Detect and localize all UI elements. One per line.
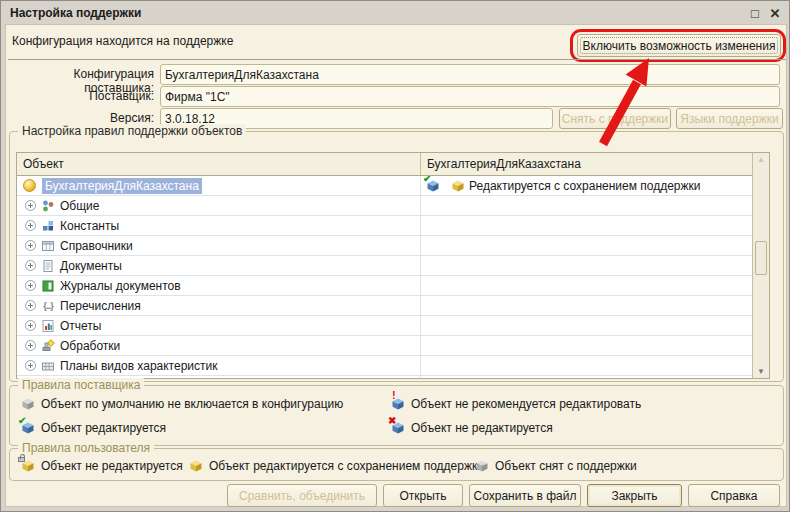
expand-icon[interactable] (25, 280, 36, 291)
legend-label: Объект редактируется (41, 421, 166, 435)
legend-item: Объект по умолчанию не включается в конф… (22, 396, 343, 412)
object-label: Документы (60, 259, 122, 273)
rule-text: Редактируется с сохранением поддержки (469, 179, 701, 193)
close-button[interactable]: ✕ (765, 4, 785, 22)
expand-icon[interactable] (25, 220, 36, 231)
table-row[interactable]: Журналы документов (17, 276, 752, 296)
version-label: Версия: (6, 111, 154, 125)
open-button[interactable]: Открыть (383, 484, 463, 507)
object-label: Планы видов характеристик (60, 359, 217, 373)
scroll-down-icon[interactable]: ▼ (753, 367, 769, 376)
rules-table: Объект БухгалтерияДляКазахстана Бухгалте… (16, 152, 770, 379)
documents-icon (41, 259, 55, 273)
expand-icon[interactable] (25, 240, 36, 251)
object-label: Константы (60, 219, 119, 233)
yellow-cube-icon (452, 180, 464, 192)
vendor-config-field[interactable]: БухгалтерияДляКазахстана (160, 64, 780, 85)
legend-item: ✔ Объект редактируется (22, 420, 166, 436)
table-row[interactable]: Константы (17, 216, 752, 236)
check-cube-icon: ✔ (427, 180, 439, 192)
column-header-object: Объект (17, 153, 421, 175)
object-label: БухгалтерияДляКазахстана (42, 178, 202, 194)
legend-label: Объект не рекомендуется редактировать (411, 397, 641, 411)
object-label: Перечисления (60, 299, 141, 313)
support-status-text: Конфигурация находится на поддержке (12, 34, 233, 48)
help-button[interactable]: Справка (688, 484, 780, 507)
save-to-file-button[interactable]: Сохранить в файл (469, 484, 581, 507)
table-row[interactable]: Отчеты (17, 316, 752, 336)
table-row[interactable]: Общие (17, 196, 752, 216)
compare-merge-button: Сравнить, объединить (227, 484, 377, 507)
maximize-button[interactable]: □ (745, 4, 765, 22)
chart-of-characteristic-types-icon (41, 359, 55, 373)
table-row-configuration[interactable]: БухгалтерияДляКазахстана ✔ Редактируется… (17, 176, 752, 196)
table-header: Объект БухгалтерияДляКазахстана (17, 153, 752, 176)
object-label: Общие (60, 199, 99, 213)
close-dialog-button[interactable]: Закрыть (587, 484, 682, 507)
rules-table-main: Объект БухгалтерияДляКазахстана Бухгалте… (17, 153, 752, 378)
catalogs-icon (41, 239, 55, 253)
scroll-up-icon[interactable]: ▲ (753, 155, 769, 164)
legend-label: Объект не редактируется (411, 421, 553, 435)
legend-item: ! Объект не рекомендуется редактировать (392, 396, 641, 412)
yellow-cube-icon (190, 460, 202, 472)
vendor-value: Фирма "1С" (165, 90, 230, 104)
support-rules-group-title: Настройка правил поддержки объектов (18, 124, 246, 138)
expand-icon[interactable] (25, 260, 36, 271)
legend-item: Объект не редактируется (22, 458, 183, 474)
window-title: Настройка поддержки (5, 6, 745, 20)
vendor-rules-group: Правила поставщика Объект по умолчанию н… (9, 385, 784, 446)
dialog-client-area: Конфигурация находится на поддержке Вклю… (5, 24, 787, 507)
scrollbar-thumb[interactable] (755, 241, 767, 275)
legend-label: Объект редактируется с сохранением подде… (209, 459, 484, 473)
reports-icon (41, 319, 55, 333)
gray-cube-icon (22, 398, 34, 410)
vertical-scrollbar[interactable]: ▲ ▼ (752, 153, 769, 378)
column-header-config: БухгалтерияДляКазахстана (421, 153, 752, 175)
expand-icon[interactable] (25, 360, 36, 371)
legend-item: Объект редактируется с сохранением подде… (190, 458, 484, 474)
document-journals-icon (41, 279, 55, 293)
check-cube-icon: ✔ (22, 422, 34, 434)
data-processors-icon (41, 339, 55, 353)
table-row[interactable]: Планы видов характеристик (17, 356, 752, 376)
cross-cube-icon: ✖ (392, 422, 404, 434)
expand-icon[interactable] (25, 320, 36, 331)
lock-cube-icon (22, 460, 34, 472)
object-label: Отчеты (60, 319, 101, 333)
table-row[interactable]: Обработки (17, 336, 752, 356)
maximize-icon: □ (751, 6, 759, 21)
legend-label: Объект не редактируется (41, 459, 183, 473)
separator-line (8, 59, 786, 60)
warn-cube-icon: ! (392, 398, 404, 410)
table-row[interactable]: Справочники (17, 236, 752, 256)
object-label: Справочники (60, 239, 133, 253)
common-icon (41, 199, 55, 213)
gray-cube-icon (476, 460, 488, 472)
vendor-label: Поставщик: (6, 89, 154, 103)
configuration-icon (23, 179, 36, 192)
legend-label: Объект снят с поддержки (495, 459, 637, 473)
table-row[interactable]: {...} Перечисления (17, 296, 752, 316)
user-rules-group-title: Правила пользователя (18, 441, 154, 455)
expand-icon[interactable] (25, 200, 36, 211)
vendor-config-value: БухгалтерияДляКазахстана (165, 68, 319, 82)
remove-support-button: Снять с поддержки (559, 108, 671, 129)
title-bar: Настройка поддержки □ ✕ (5, 3, 785, 23)
legend-item: Объект снят с поддержки (476, 458, 637, 474)
table-row[interactable]: Документы (17, 256, 752, 276)
constants-icon (41, 219, 55, 233)
legend-item: ✖ Объект не редактируется (392, 420, 553, 436)
vendor-field[interactable]: Фирма "1С" (160, 86, 780, 107)
vendor-rules-group-title: Правила поставщика (18, 378, 144, 392)
object-label: Обработки (60, 339, 120, 353)
object-label: Журналы документов (60, 279, 181, 293)
legend-label: Объект по умолчанию не включается в конф… (41, 397, 343, 411)
support-languages-button: Языки поддержки (676, 108, 783, 129)
footer-button-bar: Сравнить, объединить Открыть Сохранить в… (6, 484, 780, 507)
focus-ring (580, 37, 778, 54)
expand-icon[interactable] (25, 300, 36, 311)
expand-icon[interactable] (25, 340, 36, 351)
enable-change-button[interactable]: Включить возможность изменения (577, 34, 781, 57)
enums-icon: {...} (41, 299, 55, 313)
